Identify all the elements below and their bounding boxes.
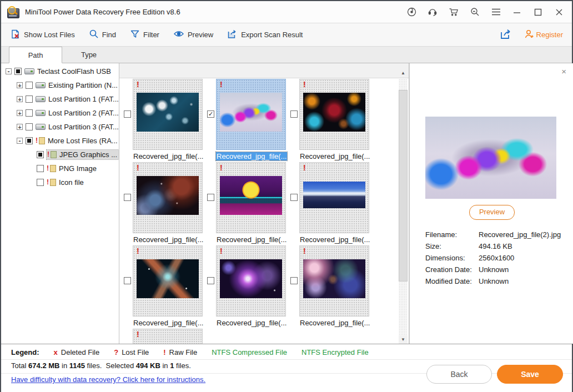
file-card[interactable]: ! bbox=[133, 329, 203, 344]
maximize-icon[interactable] bbox=[533, 7, 543, 17]
file-checkbox[interactable] bbox=[290, 277, 298, 284]
find-button[interactable]: Find bbox=[89, 29, 116, 40]
preview-button[interactable]: Preview bbox=[469, 205, 515, 220]
file-checkbox[interactable] bbox=[124, 277, 131, 284]
file-name[interactable]: Recovered_jpg_file(... bbox=[299, 235, 377, 244]
tree-expander-icon[interactable]: - bbox=[6, 68, 12, 74]
tree-checkbox[interactable] bbox=[26, 123, 33, 130]
tree-checkbox[interactable] bbox=[37, 151, 44, 158]
file-card[interactable]: ! bbox=[299, 245, 369, 316]
tree-expander-icon[interactable]: + bbox=[17, 82, 23, 88]
scroll-up-icon[interactable]: ▲ bbox=[399, 69, 408, 78]
close-icon[interactable] bbox=[554, 7, 564, 17]
file-name[interactable]: Recovered_jpg_file(... bbox=[216, 152, 294, 160]
file-name-label[interactable]: Recovered_jpg_file(... bbox=[299, 235, 370, 244]
drive-icon bbox=[24, 68, 34, 74]
file-checkbox[interactable] bbox=[207, 194, 214, 201]
tree-item[interactable]: +Existing Partition (N... bbox=[1, 78, 119, 92]
preview-button-toolbar[interactable]: Preview bbox=[174, 30, 213, 39]
tree-item[interactable]: +Lost Partition 2 (FAT... bbox=[1, 106, 119, 120]
file-name[interactable]: Recovered_jpg_file(... bbox=[299, 152, 377, 160]
file-name[interactable]: Recovered_jpg_file(... bbox=[216, 319, 294, 327]
tree-item-body[interactable]: !Icon file bbox=[47, 178, 84, 187]
file-checkbox[interactable] bbox=[290, 110, 298, 118]
app-icon bbox=[7, 6, 20, 18]
tree-checkbox[interactable] bbox=[37, 165, 44, 172]
file-card[interactable]: ! bbox=[299, 162, 369, 233]
tree-checkbox[interactable] bbox=[26, 137, 33, 144]
share-icon[interactable] bbox=[500, 29, 512, 41]
tree-checkbox[interactable] bbox=[14, 68, 22, 75]
file-card[interactable]: ! bbox=[299, 79, 369, 150]
scrollbar-thumb[interactable] bbox=[399, 90, 408, 282]
file-name-label[interactable]: Recovered_jpg_file(... bbox=[133, 152, 204, 160]
save-button[interactable]: Save bbox=[497, 365, 563, 384]
license-key-icon[interactable] bbox=[470, 7, 480, 17]
minimize-icon[interactable] bbox=[512, 7, 522, 17]
disc-icon[interactable] bbox=[406, 7, 416, 17]
show-lost-files-button[interactable]: Show Lost Files bbox=[11, 29, 75, 41]
tree-item-body[interactable]: !PNG Image bbox=[47, 164, 97, 173]
tree-item[interactable]: !PNG Image bbox=[1, 162, 119, 175]
tree-item[interactable]: +Lost Partition 3 (FAT... bbox=[1, 120, 119, 134]
tree-item-body[interactable]: !JPEG Graphics ... bbox=[47, 150, 119, 159]
file-name[interactable]: Recovered_jpg_file(... bbox=[216, 235, 294, 244]
file-checkbox[interactable] bbox=[207, 277, 214, 284]
tree-item[interactable]: !JPEG Graphics ... bbox=[1, 148, 119, 162]
file-card[interactable]: ! bbox=[216, 245, 286, 316]
tree-item-body[interactable]: Lost Partition 2 (FAT... bbox=[36, 109, 119, 117]
file-name[interactable]: Recovered_jpg_file(... bbox=[133, 235, 210, 244]
tree-checkbox[interactable] bbox=[26, 82, 33, 89]
tree-item-body[interactable]: Existing Partition (N... bbox=[36, 81, 118, 89]
tree-item[interactable]: +Lost Partition 1 (FAT... bbox=[1, 92, 119, 106]
tree-expander-icon[interactable]: + bbox=[17, 96, 23, 102]
file-card[interactable]: ! bbox=[133, 162, 203, 233]
tree-item-body[interactable]: Lost Partition 1 (FAT... bbox=[36, 95, 119, 103]
tree-item-body[interactable]: Teclast CoolFlash USB bbox=[24, 67, 111, 76]
file-checkbox[interactable] bbox=[124, 110, 131, 118]
file-checkbox[interactable]: ✓ bbox=[207, 110, 214, 118]
cart-icon[interactable] bbox=[449, 7, 459, 17]
file-name-label[interactable]: Recovered_jpg_file(... bbox=[299, 319, 370, 327]
preview-close-icon[interactable]: × bbox=[561, 67, 566, 76]
tree-checkbox[interactable] bbox=[37, 179, 44, 186]
tree-item[interactable]: !Icon file bbox=[1, 175, 119, 189]
tree-item[interactable]: -Teclast CoolFlash USB bbox=[1, 64, 119, 78]
tree-item-body[interactable]: Lost Partition 3 (FAT... bbox=[36, 123, 119, 131]
menu-icon[interactable] bbox=[491, 7, 501, 17]
back-button[interactable]: Back bbox=[426, 365, 492, 384]
tree-item[interactable]: -!More Lost Files (RA... bbox=[1, 134, 119, 148]
help-link[interactable]: Have difficulty with data recovery? Clic… bbox=[11, 375, 205, 384]
file-card[interactable]: ! bbox=[133, 245, 203, 316]
file-name-label[interactable]: Recovered_jpg_file(... bbox=[216, 235, 287, 244]
file-card[interactable]: ! bbox=[216, 162, 286, 233]
export-scan-result-button[interactable]: Export Scan Result bbox=[228, 29, 303, 41]
file-card[interactable]: ! bbox=[133, 79, 203, 150]
tab-type[interactable]: Type bbox=[62, 47, 115, 63]
file-name[interactable]: Recovered_jpg_file(... bbox=[133, 152, 210, 160]
file-checkbox[interactable] bbox=[290, 194, 298, 201]
grid-header-strip bbox=[119, 63, 409, 78]
file-checkbox[interactable] bbox=[124, 194, 131, 201]
file-card[interactable]: ! bbox=[216, 79, 286, 150]
register-button[interactable]: Register bbox=[524, 29, 563, 41]
scroll-down-icon[interactable]: ▼ bbox=[399, 335, 408, 344]
file-name-label[interactable]: Recovered_jpg_file(... bbox=[133, 235, 204, 244]
tree-item-body[interactable]: !More Lost Files (RA... bbox=[36, 137, 118, 145]
support-icon[interactable] bbox=[428, 7, 438, 17]
file-name-label[interactable]: Recovered_jpg_file(... bbox=[216, 152, 287, 160]
tab-path[interactable]: Path bbox=[9, 47, 62, 63]
tree-checkbox[interactable] bbox=[26, 109, 33, 117]
tree-expander-icon[interactable]: + bbox=[17, 124, 23, 130]
file-name-label[interactable]: Recovered_jpg_file(... bbox=[133, 319, 204, 327]
tree-expander-icon[interactable]: + bbox=[17, 110, 23, 116]
file-name[interactable]: Recovered_jpg_file(... bbox=[133, 319, 210, 327]
grid-scrollbar[interactable]: ▲ ▼ bbox=[399, 79, 408, 344]
file-name-label[interactable]: Recovered_jpg_file(... bbox=[299, 152, 370, 160]
tree-expander-icon[interactable]: - bbox=[17, 138, 23, 144]
file-name-label[interactable]: Recovered_jpg_file(... bbox=[216, 319, 287, 327]
tree-checkbox[interactable] bbox=[26, 96, 33, 103]
filter-button[interactable]: Filter bbox=[130, 29, 159, 40]
file-name[interactable]: Recovered_jpg_file(... bbox=[299, 319, 377, 327]
tree-item-label: Lost Partition 3 (FAT... bbox=[48, 123, 119, 131]
